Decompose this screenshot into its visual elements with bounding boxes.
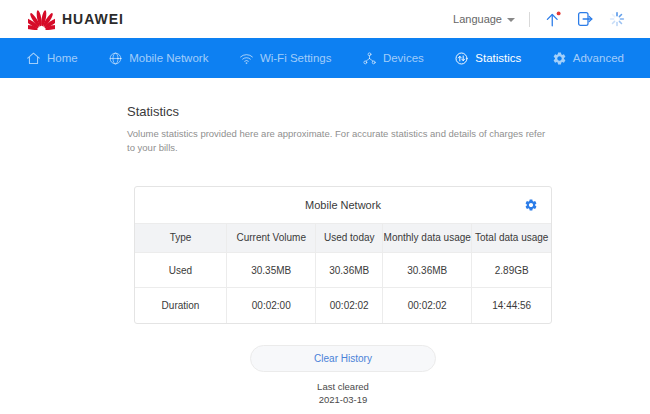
huawei-flower-icon <box>28 8 55 31</box>
gear-icon <box>552 51 567 66</box>
last-cleared-label: Last cleared <box>127 380 559 393</box>
statistics-card: Mobile Network Type Current Volume Used … <box>134 186 552 324</box>
nav-label: Home <box>47 52 78 64</box>
globe-icon <box>108 51 123 66</box>
last-cleared: Last cleared 2021-03-19 <box>127 380 559 407</box>
column-header: Type <box>135 224 227 253</box>
cell-monthly-usage: 30.36MB <box>383 253 472 288</box>
cell-used-today: 00:02:02 <box>316 288 383 323</box>
table-row: Used 30.35MB 30.36MB 30.36MB 2.89GB <box>135 253 551 288</box>
nav-item-wifi-settings[interactable]: Wi-Fi Settings <box>239 51 332 66</box>
last-cleared-date: 2021-03-19 <box>127 393 559 406</box>
table-row: Duration 00:02:00 00:02:02 00:02:02 14:4… <box>135 288 551 323</box>
nav-label: Mobile Network <box>129 52 208 64</box>
cell-total-usage: 2.89GB <box>472 253 551 288</box>
language-label: Language <box>453 13 502 25</box>
chevron-down-icon <box>507 18 515 22</box>
column-header: Used today <box>316 224 383 253</box>
nav-item-statistics[interactable]: Statistics <box>454 51 521 66</box>
page-title: Statistics <box>127 104 650 119</box>
update-arrow-icon[interactable] <box>544 10 562 28</box>
nav-item-home[interactable]: Home <box>26 51 78 66</box>
wifi-icon <box>239 51 254 66</box>
nav-label: Advanced <box>573 52 624 64</box>
card-header: Mobile Network <box>135 187 551 224</box>
column-header: Current Volume <box>227 224 316 253</box>
cell-current-volume: 00:02:00 <box>227 288 316 323</box>
nav-label: Devices <box>383 52 424 64</box>
logout-icon[interactable] <box>576 10 594 28</box>
cell-type: Duration <box>135 288 227 323</box>
statistics-table: Type Current Volume Used today Monthly d… <box>135 224 551 323</box>
nav-label: Statistics <box>475 52 521 64</box>
cell-type: Used <box>135 253 227 288</box>
cell-used-today: 30.36MB <box>316 253 383 288</box>
column-header: Total data usage <box>472 224 551 253</box>
notification-dot <box>557 11 561 15</box>
spinner-icon[interactable] <box>608 10 626 28</box>
clear-history-button[interactable]: Clear History <box>250 345 436 372</box>
statistics-icon <box>454 51 469 66</box>
huawei-logo: HUAWEI <box>28 8 124 31</box>
gear-icon[interactable] <box>524 198 538 212</box>
nav-item-mobile-network[interactable]: Mobile Network <box>108 51 208 66</box>
table-header-row: Type Current Volume Used today Monthly d… <box>135 224 551 253</box>
brand-name: HUAWEI <box>62 11 124 27</box>
nav-label: Wi-Fi Settings <box>260 52 332 64</box>
nav-item-devices[interactable]: Devices <box>362 51 424 66</box>
cell-current-volume: 30.35MB <box>227 253 316 288</box>
language-dropdown[interactable]: Language <box>453 13 515 25</box>
cell-total-usage: 14:44:56 <box>472 288 551 323</box>
main-nav: Home Mobile Network Wi-Fi Settings Devic… <box>0 38 650 78</box>
content-area: Statistics Volume statistics provided he… <box>0 104 650 406</box>
page-description: Volume statistics provided here are appr… <box>127 127 551 156</box>
card-title: Mobile Network <box>305 199 381 211</box>
divider <box>529 12 530 27</box>
column-header: Monthly data usage <box>383 224 472 253</box>
devices-icon <box>362 51 377 66</box>
nav-item-advanced[interactable]: Advanced <box>552 51 624 66</box>
home-icon <box>26 51 41 66</box>
top-header: HUAWEI Language <box>0 0 650 38</box>
cell-monthly-usage: 00:02:02 <box>383 288 472 323</box>
